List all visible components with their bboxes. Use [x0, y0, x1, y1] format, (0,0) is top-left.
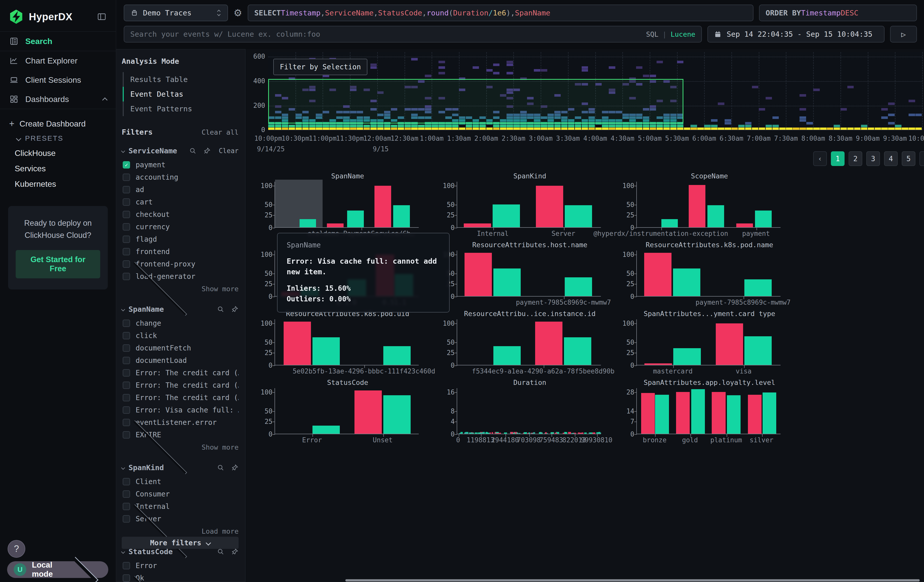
inlier-bar[interactable]	[312, 337, 340, 365]
filter-option-error-visa-cache-full-[interactable]: Error: Visa cache full: …	[122, 404, 239, 416]
checkbox[interactable]	[123, 186, 130, 193]
lucene-mode-toggle[interactable]: Lucene	[670, 30, 695, 38]
inlier-bar[interactable]	[493, 346, 521, 365]
inlier-bar[interactable]	[691, 389, 705, 434]
checkbox[interactable]	[123, 320, 130, 327]
chart-plot[interactable]	[457, 388, 601, 434]
checkbox[interactable]	[123, 345, 130, 352]
collapse-sidebar-icon[interactable]	[97, 12, 107, 22]
presets-toggle[interactable]: PRESETS	[9, 131, 107, 145]
inlier-bar[interactable]	[727, 395, 741, 434]
show-more-link[interactable]: Show more	[122, 283, 239, 295]
source-select[interactable]: Demo Traces	[124, 5, 228, 21]
filter-option-error-the-credit-card-[interactable]: Error: The credit card (…	[122, 379, 239, 391]
inlier-bar[interactable]	[565, 205, 592, 227]
checkbox[interactable]	[123, 236, 130, 243]
chart-plot[interactable]	[274, 182, 419, 228]
pagination-page-2[interactable]: 2	[849, 151, 862, 166]
load-more-link[interactable]: Load more	[122, 525, 239, 537]
filter-option-change[interactable]: change	[122, 317, 239, 330]
checkbox[interactable]	[123, 260, 130, 268]
inlier-bar[interactable]	[383, 395, 411, 434]
inlier-bar[interactable]	[393, 205, 410, 227]
search-icon[interactable]	[217, 548, 224, 556]
outlier-bar[interactable]	[327, 223, 343, 227]
inlier-bar[interactable]	[744, 336, 772, 365]
inlier-bar[interactable]	[300, 219, 316, 227]
filter-option-client[interactable]: Client	[122, 475, 239, 488]
order-by-input[interactable]: ORDER BY Timestamp DESC	[759, 5, 917, 21]
filter-option-accounting[interactable]: accounting	[122, 171, 239, 183]
inlier-bar[interactable]	[708, 205, 724, 227]
inlier-bar[interactable]	[673, 269, 700, 296]
inlier-bar[interactable]	[755, 211, 772, 227]
create-dashboard-button[interactable]: + Create Dashboard	[9, 116, 107, 131]
inlier-bar[interactable]	[347, 211, 364, 227]
checkbox[interactable]	[123, 223, 130, 231]
user-menu[interactable]: U Local mode	[7, 561, 108, 578]
checkbox[interactable]	[123, 357, 130, 364]
pagination-page-5[interactable]: 5	[902, 151, 916, 166]
sidebar-preset-kubernetes[interactable]: Kubernetes	[9, 176, 107, 192]
search-icon[interactable]	[217, 305, 224, 313]
outlier-bar[interactable]	[465, 253, 492, 296]
outlier-bar[interactable]	[464, 223, 491, 227]
outlier-bar[interactable]	[689, 185, 705, 227]
filter-option-cart[interactable]: cart	[122, 196, 239, 208]
pagination-page-3[interactable]: 3	[866, 151, 880, 166]
filter-option-documentfetch[interactable]: documentFetch	[122, 342, 239, 354]
more-filters-button[interactable]: More filters	[122, 537, 239, 549]
pagination-prev[interactable]: ‹	[813, 151, 827, 166]
chart-plot[interactable]	[636, 182, 780, 228]
clear-filter-button[interactable]: Clear	[219, 147, 239, 155]
chart-plot[interactable]	[636, 388, 780, 434]
date-range-picker[interactable]: Sep 14 22:04:35 - Sep 15 10:04:35	[708, 26, 884, 43]
checkbox[interactable]	[123, 198, 130, 206]
filter-option-server[interactable]: Server	[122, 513, 239, 525]
inlier-bar[interactable]	[493, 204, 520, 227]
filter-option-click[interactable]: click	[122, 330, 239, 342]
chart-plot[interactable]	[457, 319, 601, 365]
chart-plot[interactable]	[274, 388, 419, 434]
show-more-link[interactable]: Show more	[122, 441, 239, 453]
run-query-button[interactable]: ▷	[890, 26, 917, 43]
checkbox[interactable]	[123, 382, 130, 389]
checkbox[interactable]	[123, 419, 130, 426]
chart-plot[interactable]	[457, 182, 601, 228]
checkbox[interactable]	[123, 574, 130, 582]
sidebar-preset-clickhouse[interactable]: ClickHouse	[9, 145, 107, 161]
inlier-bar[interactable]	[762, 392, 776, 434]
checkbox[interactable]	[123, 562, 130, 569]
inlier-bar[interactable]	[673, 348, 701, 365]
pagination-page-4[interactable]: 4	[884, 151, 898, 166]
outlier-bar[interactable]	[736, 223, 753, 227]
checkbox[interactable]: ✓	[123, 161, 130, 168]
pin-icon[interactable]	[203, 147, 211, 155]
help-button[interactable]: ?	[8, 540, 25, 558]
outlier-bar[interactable]	[716, 323, 743, 365]
heatmap-selection[interactable]	[268, 79, 683, 124]
outlier-bar[interactable]	[375, 186, 391, 227]
checkbox[interactable]	[123, 332, 130, 339]
checkbox[interactable]	[123, 369, 130, 376]
outlier-bar[interactable]	[641, 393, 655, 434]
checkbox[interactable]	[123, 490, 130, 498]
sidebar-item-client-sessions[interactable]: Client Sessions	[0, 70, 116, 89]
filter-option-error-the-credit-card-[interactable]: Error: The credit card (…	[122, 391, 239, 404]
outlier-bar[interactable]	[355, 391, 382, 434]
sidebar-item-dashboards[interactable]: Dashboards	[0, 89, 116, 109]
sidebar-item-search[interactable]: Search	[0, 31, 116, 51]
inlier-bar[interactable]	[383, 346, 411, 365]
filter-option-currency[interactable]: currency	[122, 221, 239, 233]
inlier-bar[interactable]	[564, 337, 591, 365]
analysis-mode-results-table[interactable]: Results Table	[123, 72, 239, 87]
checkbox[interactable]	[123, 211, 130, 218]
checkbox[interactable]	[123, 248, 130, 256]
inlier-bar[interactable]	[655, 395, 669, 434]
sidebar-preset-services[interactable]: Services	[9, 161, 107, 176]
checkbox[interactable]	[123, 273, 130, 280]
search-icon[interactable]	[217, 464, 224, 472]
inlier-bar[interactable]	[565, 277, 592, 296]
checkbox[interactable]	[123, 173, 130, 181]
checkbox[interactable]	[123, 394, 130, 401]
